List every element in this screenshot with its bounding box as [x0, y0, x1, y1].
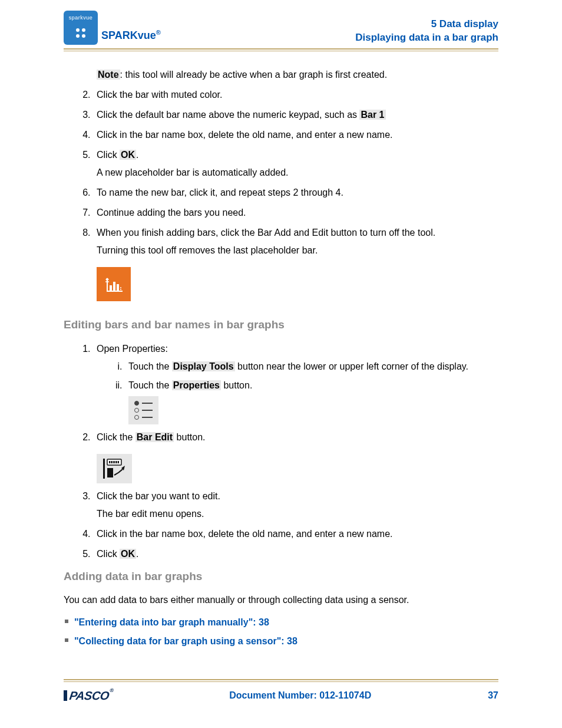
logo-text: sparkvue [69, 14, 93, 22]
step-7-text: Continue adding the bars you need. [97, 207, 246, 218]
sub-ii-pre: Touch the [128, 380, 172, 390]
section-title: Displaying data in a bar graph [355, 31, 498, 45]
svg-rect-9 [111, 461, 112, 463]
step-2-text: Click the bar with muted color. [97, 90, 222, 100]
sub-i-bold: Display Tools [172, 361, 235, 371]
product-name-text: SPARKvue [101, 29, 156, 41]
edit-s3b: The bar edit menu opens. [97, 507, 498, 521]
edit-steps-list-cont: Click the bar you want to edit. The bar … [64, 489, 498, 561]
step-5-bold: OK [120, 150, 136, 160]
svg-rect-6 [103, 459, 105, 479]
pasco-logo-icon: PASCO® [64, 687, 113, 704]
step-3-pre: Click the default bar name above the num… [97, 110, 359, 120]
edit-s2-pre: Click the [97, 432, 135, 442]
edit-step-2: Click the Bar Edit button. [93, 430, 498, 444]
svg-point-5 [120, 291, 121, 292]
cross-reference-list: "Entering data into bar graph manually":… [64, 615, 498, 648]
note-label: Note [97, 70, 120, 80]
svg-rect-8 [109, 461, 110, 463]
step-4-text: Click in the bar name box, delete the ol… [97, 130, 393, 140]
svg-rect-11 [114, 461, 115, 463]
bar-edit-button-icon [97, 454, 132, 483]
svg-rect-13 [118, 461, 119, 463]
step-7: Continue adding the bars you need. [93, 206, 498, 220]
content: Note: this tool will already be active w… [64, 51, 498, 648]
edit-steps-list: Open Properties: Touch the Display Tools… [64, 342, 498, 444]
product-name: SPARKvue® [101, 28, 161, 45]
header-rule-thick [64, 48, 498, 50]
edit-step-5: Click OK. [93, 547, 498, 561]
edit-step-1: Open Properties: Touch the Display Tools… [93, 342, 498, 424]
page-header: sparkvue SPARKvue® 5 Data display Displa… [64, 11, 498, 47]
footer-rule-thick [64, 679, 498, 680]
properties-button-icon [128, 396, 158, 424]
steps-list-a: Click the bar with muted color. Click th… [64, 88, 498, 258]
edit-step-3: Click the bar you want to edit. The bar … [93, 489, 498, 521]
step-5: Click OK. A new placeholder bar is autom… [93, 148, 498, 180]
sub-ii-bold: Properties [172, 380, 221, 390]
header-right: 5 Data display Displaying data in a bar … [355, 18, 498, 45]
edit-s5-pre: Click [97, 549, 120, 559]
edit-s5-post: . [136, 549, 138, 559]
svg-rect-0 [110, 285, 112, 291]
header-left: sparkvue SPARKvue® [64, 11, 161, 45]
step-3: Click the default bar name above the num… [93, 108, 498, 122]
page-number: 37 [488, 689, 498, 703]
add-intro-text: You can add data to bars either manually… [64, 593, 498, 607]
note-line: Note: this tool will already be active w… [64, 68, 498, 82]
sub-ii-post: button. [221, 380, 252, 390]
edit-s2-bold: Bar Edit [135, 432, 174, 442]
step-6: To name the new bar, click it, and repea… [93, 186, 498, 200]
edit-substep-i: Touch the Display Tools button near the … [125, 360, 498, 374]
step-8b-text: Turning this tool off removes the last p… [97, 243, 498, 258]
edit-substeps: Touch the Display Tools button near the … [97, 360, 498, 424]
heading-editing-bars: Editing bars and bar names in bar graphs [64, 317, 498, 334]
svg-rect-10 [113, 461, 114, 463]
bar-add-edit-button-icon [97, 267, 131, 301]
svg-rect-1 [113, 282, 115, 291]
link-1-text: "Entering data into bar graph manually":… [74, 617, 269, 627]
link-entering-data[interactable]: "Entering data into bar graph manually":… [74, 615, 498, 630]
step-5-sub: A new placeholder bar is automatically a… [97, 166, 498, 180]
sub-i-post: button near the lower or upper left corn… [235, 361, 468, 371]
step-4: Click in the bar name box, delete the ol… [93, 128, 498, 142]
edit-s2-post: button. [174, 432, 205, 442]
svg-rect-2 [117, 284, 119, 291]
registered-mark: ® [156, 29, 161, 36]
link-2-text: "Collecting data for bar graph using a s… [74, 636, 297, 646]
step-8a-text: When you finish adding bars, click the B… [97, 228, 435, 238]
step-8: When you finish adding bars, click the B… [93, 226, 498, 258]
step-3-bold: Bar 1 [359, 110, 385, 120]
svg-rect-12 [116, 461, 117, 463]
sparkvue-logo-icon: sparkvue [64, 11, 98, 45]
pasco-brand-text: PASCO [68, 689, 110, 702]
edit-s5-bold: OK [120, 549, 136, 559]
heading-adding-data: Adding data in bar graphs [64, 568, 498, 585]
edit-substep-ii: Touch the Properties button. [125, 378, 498, 424]
edit-s3a: Click the bar you want to edit. [97, 491, 220, 501]
page-footer: PASCO® Document Number: 012-11074D 37 [64, 679, 498, 704]
step-5-post: . [136, 150, 138, 160]
edit-step-1-text: Open Properties: [97, 344, 168, 354]
svg-rect-14 [107, 468, 113, 477]
document-number: Document Number: 012-11074D [229, 689, 371, 703]
link-collecting-data[interactable]: "Collecting data for bar graph using a s… [74, 634, 498, 648]
sub-i-pre: Touch the [128, 361, 172, 371]
logo-dots-icon [76, 28, 85, 38]
svg-point-4 [120, 289, 121, 290]
edit-s4: Click in the bar name box, delete the ol… [97, 529, 393, 539]
note-text: : this tool will already be active when … [120, 70, 388, 80]
chapter-title: 5 Data display [355, 18, 498, 31]
step-2: Click the bar with muted color. [93, 88, 498, 102]
step-5-pre: Click [97, 150, 120, 160]
svg-point-3 [120, 287, 121, 288]
step-6-text: To name the new bar, click it, and repea… [97, 187, 343, 197]
edit-step-4: Click in the bar name box, delete the ol… [93, 527, 498, 541]
